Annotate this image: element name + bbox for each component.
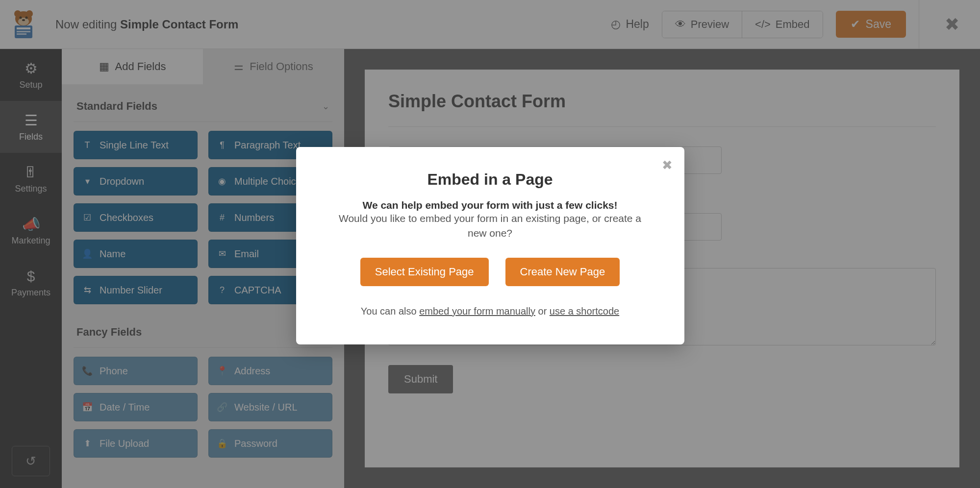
footer-text: You can also [361, 306, 419, 317]
create-new-page-button[interactable]: Create New Page [505, 258, 620, 286]
use-shortcode-link[interactable]: use a shortcode [550, 306, 619, 317]
button-label: Create New Page [520, 266, 605, 278]
modal-title: Embed in a Page [324, 171, 657, 189]
embed-manually-link[interactable]: embed your form manually [419, 306, 535, 317]
modal-close-button[interactable]: ✖ [662, 158, 673, 173]
modal-lead: We can help embed your form with just a … [324, 199, 657, 211]
close-icon: ✖ [662, 158, 673, 172]
button-label: Select Existing Page [375, 266, 474, 278]
select-existing-page-button[interactable]: Select Existing Page [360, 258, 489, 286]
embed-modal: ✖ Embed in a Page We can help embed your… [296, 147, 684, 344]
modal-subtext: Would you like to embed your form in an … [324, 211, 657, 241]
modal-footer: You can also embed your form manually or… [324, 306, 657, 317]
footer-text: or [535, 306, 550, 317]
modal-actions: Select Existing Page Create New Page [324, 258, 657, 286]
